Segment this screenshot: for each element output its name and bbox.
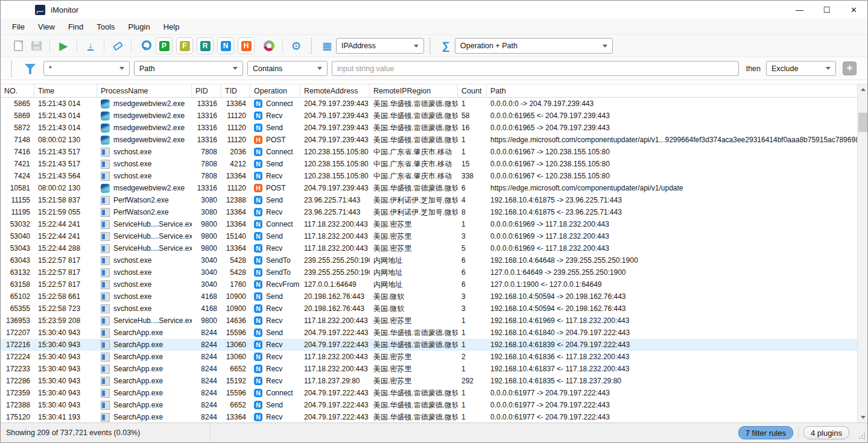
table-row[interactable]: 13695315:23:59 208ServiceHub....Service.…: [1, 315, 857, 327]
header-operation[interactable]: Operation: [250, 84, 300, 97]
table-row[interactable]: 17512015:30:41 193SearchApp.exe824413364…: [1, 411, 857, 423]
table-row[interactable]: 1119515:21:59 055PerfWatson2.exe30801336…: [1, 206, 857, 218]
table-row[interactable]: 17221615:30:40 943SearchApp.exe824413060…: [1, 339, 857, 351]
scrollbar-thumb[interactable]: [858, 113, 867, 132]
cell-remote-address: 239.255.255.250:1900: [300, 254, 370, 266]
toggle-F-button[interactable]: F: [176, 37, 193, 54]
cell-process: SearchApp.exe: [97, 411, 192, 423]
table-row[interactable]: 5304315:22:44 288ServiceHub....Service.e…: [1, 242, 857, 254]
clear-events-button[interactable]: [110, 37, 125, 54]
table-row[interactable]: 742415:21:43 564svchost.exe780813364NRec…: [1, 170, 857, 182]
new-capture-button[interactable]: [10, 37, 26, 54]
table-row[interactable]: 17223315:30:40 943SearchApp.exe82446652N…: [1, 363, 857, 375]
cell-pid: 4168: [192, 291, 221, 303]
cell-remote-ip-region: 美国.密苏里: [370, 230, 458, 242]
close-button[interactable]: ✕: [840, 1, 867, 19]
header-tid[interactable]: TID: [221, 84, 250, 97]
plugins-button[interactable]: 4 plugins: [803, 426, 849, 439]
table-row[interactable]: 6535515:22:58 723svchost.exe416810900NRe…: [1, 303, 857, 315]
filter-rules-button[interactable]: 7 filter rules: [738, 426, 793, 439]
add-filter-button[interactable]: +: [843, 61, 857, 75]
toggle-P-button[interactable]: P: [156, 37, 173, 54]
header-count[interactable]: Count: [458, 84, 487, 97]
filterbar-gripper: [11, 61, 13, 77]
filter-field-dropdown[interactable]: Path: [134, 61, 243, 76]
table-row[interactable]: 714808:00:02 130msedgewebview2.exe133161…: [1, 134, 857, 146]
group-by-dropdown[interactable]: Operation + Path: [455, 38, 613, 54]
cell-time: 15:22:44 241: [34, 218, 97, 230]
header-time[interactable]: Time: [34, 84, 97, 97]
cell-pid: 7808: [192, 146, 221, 158]
cell-no: 175120: [1, 411, 34, 423]
filter-scope-dropdown[interactable]: *: [43, 61, 130, 76]
table-row[interactable]: 17220715:30:40 943SearchApp.exe824415596…: [1, 327, 857, 339]
filter-action-dropdown[interactable]: Exclude: [766, 61, 836, 76]
toolbar-separator: [282, 39, 283, 52]
cell-tid: 11120: [221, 110, 250, 122]
table-row[interactable]: 5304015:22:44 241ServiceHub....Service.e…: [1, 230, 857, 242]
column-lookup-button[interactable]: ▦: [319, 37, 335, 54]
table-row[interactable]: 1058108:00:02 130msedgewebview2.exe13316…: [1, 182, 857, 194]
filter-operator-dropdown[interactable]: Contains: [247, 61, 328, 76]
toggle-H-button[interactable]: H: [238, 37, 255, 54]
header-path[interactable]: Path: [487, 84, 857, 97]
header-no[interactable]: NO.: [1, 84, 34, 97]
table-row[interactable]: 6304315:22:57 817svchost.exe30405428NSen…: [1, 254, 857, 266]
menu-tools[interactable]: Tools: [90, 20, 121, 34]
table-row[interactable]: 6315815:22:57 817svchost.exe30401760NRec…: [1, 278, 857, 291]
cell-pid: 8244: [192, 339, 221, 351]
cell-process: SearchApp.exe: [97, 387, 192, 399]
cell-process: ServiceHub....Service.exe: [97, 230, 192, 242]
cell-remote-address: 117.18.232.200:443: [300, 315, 370, 327]
cell-pid: 8244: [192, 399, 221, 411]
application-icon: [101, 353, 110, 362]
start-monitor-button[interactable]: ▶: [55, 37, 71, 54]
chevron-down-icon: [119, 67, 124, 70]
cell-count: 1: [458, 339, 487, 351]
menu-find[interactable]: Find: [62, 20, 90, 34]
cell-pid: 8244: [192, 411, 221, 423]
cell-remote-address: 120.238.155.105:80: [300, 158, 370, 170]
cell-process: ServiceHub....Service.exe: [97, 218, 192, 230]
save-button[interactable]: [28, 37, 44, 54]
toggle-N-button[interactable]: N: [217, 37, 234, 54]
minimize-button[interactable]: —: [786, 1, 813, 19]
vertical-scrollbar[interactable]: [857, 84, 867, 423]
header-remoteipregion[interactable]: RemoteIPRegion: [370, 84, 458, 97]
resize-grip-icon[interactable]: [858, 433, 865, 441]
table-row[interactable]: 5303215:22:44 241ServiceHub....Service.e…: [1, 218, 857, 230]
ip-locate-button[interactable]: [137, 37, 153, 54]
autoscroll-button[interactable]: ↓: [83, 37, 98, 54]
table-row[interactable]: 17228615:30:40 943SearchApp.exe824415192…: [1, 375, 857, 387]
table-row[interactable]: 742115:21:43 517svchost.exe78084212NSend…: [1, 158, 857, 170]
network-operation-icon: N: [254, 377, 262, 385]
menu-view[interactable]: View: [31, 20, 62, 34]
maximize-button[interactable]: ☐: [813, 1, 840, 19]
cell-time: 08:00:02 130: [34, 134, 97, 146]
table-row[interactable]: 6510215:22:58 661svchost.exe416810900NSe…: [1, 291, 857, 303]
lookup-column-dropdown[interactable]: IPAddress: [336, 38, 424, 54]
scroll-up-button[interactable]: [858, 84, 867, 95]
table-row[interactable]: 17235915:30:40 943SearchApp.exe824415596…: [1, 387, 857, 399]
aggregate-button[interactable]: ∑: [438, 37, 454, 54]
table-row[interactable]: 17238815:30:40 943SearchApp.exe82446652N…: [1, 399, 857, 411]
header-processname[interactable]: ProcessName: [97, 84, 192, 97]
header-pid[interactable]: PID: [192, 84, 221, 97]
menu-file[interactable]: File: [5, 20, 31, 34]
table-row[interactable]: 586515:21:43 014msedgewebview2.exe133161…: [1, 98, 857, 110]
scroll-down-button[interactable]: [858, 412, 867, 423]
menu-help[interactable]: Help: [157, 20, 186, 34]
table-row[interactable]: 586915:21:43 014msedgewebview2.exe133161…: [1, 110, 857, 122]
filter-value-input[interactable]: [332, 61, 739, 76]
menu-plugin[interactable]: Plugin: [122, 20, 157, 34]
table-row[interactable]: 587215:21:43 014msedgewebview2.exe133161…: [1, 122, 857, 134]
cell-count: 1: [458, 98, 487, 110]
toggle-R-button[interactable]: R: [197, 37, 214, 54]
table-row[interactable]: 1115515:21:58 837PerfWatson2.exe30801238…: [1, 194, 857, 206]
settings-button[interactable]: ⚙: [288, 37, 304, 54]
color-theme-button[interactable]: [261, 37, 277, 54]
table-row[interactable]: 6313215:22:57 817svchost.exe30405428NSen…: [1, 266, 857, 278]
table-row[interactable]: 17222415:30:40 943SearchApp.exe824413060…: [1, 351, 857, 363]
header-remoteaddress[interactable]: RemoteAddress: [300, 84, 370, 97]
table-row[interactable]: 741615:21:43 517svchost.exe78082036NConn…: [1, 146, 857, 158]
